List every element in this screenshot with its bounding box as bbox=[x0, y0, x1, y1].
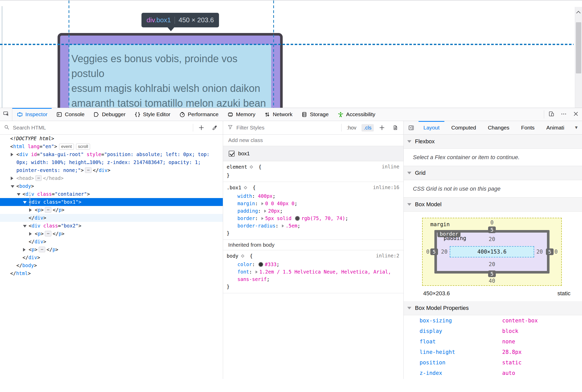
tree-node[interactable]: <div class="box2"> bbox=[0, 222, 223, 230]
box-model-section-header[interactable]: Box Model bbox=[404, 198, 582, 212]
property-value[interactable]: none bbox=[502, 339, 515, 345]
margin-bottom-value[interactable]: 40 bbox=[489, 278, 495, 284]
page-scrollbar[interactable] bbox=[575, 7, 582, 108]
property-value[interactable]: 0 0 40px 0 bbox=[265, 201, 294, 206]
property-name[interactable]: margin bbox=[237, 201, 255, 206]
expand-value-icon[interactable] bbox=[256, 270, 258, 274]
expand-value-icon[interactable] bbox=[282, 224, 284, 227]
responsive-design-mode-button[interactable] bbox=[545, 108, 557, 121]
inline-text-ellipsis[interactable]: ⋯ bbox=[45, 207, 51, 213]
color-swatch[interactable] bbox=[258, 262, 263, 267]
tree-node[interactable]: <!DOCTYPE html> bbox=[0, 135, 223, 143]
property-value[interactable]: 5px solid bbox=[265, 215, 294, 221]
expand-value-icon[interactable] bbox=[261, 217, 263, 220]
property-name[interactable]: width bbox=[237, 193, 252, 199]
property-name[interactable]: font bbox=[237, 269, 249, 275]
property-name[interactable]: display bbox=[420, 328, 502, 334]
property-value[interactable]: block bbox=[502, 328, 518, 334]
selector-highlighter-icon[interactable] bbox=[249, 164, 254, 172]
sidebar-tab-computed[interactable]: Computed bbox=[445, 121, 482, 134]
inline-text-ellipsis[interactable]: ⋯ bbox=[39, 247, 45, 252]
tree-node[interactable]: <html lang="en">eventscroll bbox=[0, 143, 223, 150]
property-value[interactable]: static bbox=[502, 360, 522, 366]
rule-source-link[interactable]: inline bbox=[382, 164, 399, 169]
tab-storage[interactable]: Storage bbox=[297, 108, 333, 121]
inline-text-ellipsis[interactable]: ⋯ bbox=[85, 167, 92, 173]
tab-accessibility[interactable]: Accessibility bbox=[333, 108, 380, 121]
css-declaration[interactable]: margin: 0 0 40px 0; bbox=[227, 200, 400, 207]
rule-source-link[interactable]: inline:2 bbox=[376, 253, 399, 258]
selector-highlighter-icon[interactable] bbox=[243, 185, 248, 192]
collapsed-arrow-icon[interactable] bbox=[29, 232, 32, 236]
sidebar-toggle-button[interactable] bbox=[406, 121, 416, 134]
rule-selector[interactable]: .box1 bbox=[227, 185, 241, 190]
tree-node[interactable]: </html> bbox=[0, 269, 223, 277]
add-new-class-input[interactable]: Add new class bbox=[228, 137, 398, 143]
box-model-border-layer[interactable]: border 5 5 5 5 padding 20 20 20 20 400×1… bbox=[434, 230, 550, 274]
property-value[interactable]: 1.2em / 1.5 Helvetica Neue, Helvetica, A… bbox=[237, 269, 394, 282]
css-declaration[interactable]: border-radius: .5em; bbox=[227, 222, 400, 230]
property-name[interactable]: z-index bbox=[420, 370, 502, 376]
filter-styles-input[interactable]: Filter Styles bbox=[236, 125, 338, 131]
box-model-content-layer[interactable]: 400×153.6 bbox=[450, 246, 534, 257]
property-value[interactable]: 20px bbox=[268, 208, 280, 214]
scrollbar-thumb[interactable] bbox=[576, 22, 581, 73]
tab-debugger[interactable]: Debugger bbox=[89, 108, 130, 121]
css-declaration[interactable]: padding: 20px; bbox=[227, 207, 400, 215]
tab-network[interactable]: Network bbox=[260, 108, 297, 121]
padding-top-value[interactable]: 20 bbox=[489, 236, 495, 242]
css-declaration[interactable]: width: 400px; bbox=[227, 192, 400, 200]
property-value[interactable]: rgb(75, 70, 74) bbox=[301, 215, 345, 221]
property-value[interactable]: .5em bbox=[286, 223, 298, 228]
tree-node[interactable]: </div> bbox=[0, 254, 223, 262]
grid-section-header[interactable]: Grid bbox=[404, 166, 582, 180]
property-name[interactable]: border-radius bbox=[237, 223, 276, 228]
tree-node[interactable]: <body> bbox=[0, 182, 223, 190]
property-name[interactable]: float bbox=[420, 339, 502, 345]
tree-node[interactable]: <div class="container"> bbox=[0, 190, 223, 198]
tab-console[interactable]: Console bbox=[52, 108, 89, 121]
property-name[interactable]: color bbox=[237, 262, 252, 267]
tree-node-selected[interactable]: <div class="box1"> bbox=[0, 198, 223, 206]
expand-arrow-icon[interactable] bbox=[23, 225, 27, 227]
expand-arrow-icon[interactable] bbox=[23, 201, 27, 204]
class-checkbox[interactable] bbox=[229, 151, 235, 157]
css-declaration[interactable]: color: #333; bbox=[227, 261, 400, 268]
sidebar-tab-changes[interactable]: Changes bbox=[482, 121, 515, 134]
property-value[interactable]: 28.8px bbox=[502, 349, 522, 355]
tab-inspector[interactable]: Inspector bbox=[12, 108, 52, 121]
meatball-menu-button[interactable] bbox=[557, 108, 570, 121]
collapsed-arrow-icon[interactable] bbox=[11, 153, 13, 156]
padding-bottom-value[interactable]: 20 bbox=[489, 261, 495, 267]
property-name[interactable]: line-height bbox=[420, 349, 502, 355]
collapsed-arrow-icon[interactable] bbox=[29, 208, 32, 212]
tab-overflow-dropdown[interactable]: ▼ bbox=[573, 125, 580, 130]
tree-node[interactable]: <p>⋯</p> bbox=[0, 206, 223, 214]
css-declaration[interactable]: font: 1.2em / 1.5 Helvetica Neue, Helvet… bbox=[227, 268, 400, 283]
border-right-value[interactable]: 5 bbox=[546, 248, 554, 255]
tree-node[interactable]: </body> bbox=[0, 262, 223, 269]
collapsed-arrow-icon[interactable] bbox=[11, 177, 13, 180]
rule-selector[interactable]: element bbox=[227, 164, 247, 170]
property-value[interactable]: 400px bbox=[258, 193, 272, 199]
eyedropper-button[interactable] bbox=[210, 121, 220, 134]
css-declaration[interactable]: border: 5px solid rgb(75, 70, 74); bbox=[227, 215, 400, 222]
property-name[interactable]: border bbox=[237, 215, 255, 221]
padding-left-value[interactable]: 20 bbox=[441, 249, 447, 255]
property-value[interactable]: auto bbox=[502, 370, 515, 376]
collapsed-arrow-icon[interactable] bbox=[23, 248, 26, 252]
border-left-value[interactable]: 5 bbox=[430, 248, 438, 255]
border-bottom-value[interactable]: 5 bbox=[488, 270, 496, 277]
padding-right-value[interactable]: 20 bbox=[536, 249, 543, 255]
sidebar-tab-fonts[interactable]: Fonts bbox=[515, 121, 541, 134]
expand-value-icon[interactable] bbox=[264, 210, 266, 213]
tree-node[interactable]: <head>⋯</head> bbox=[0, 174, 223, 182]
expand-value-icon[interactable] bbox=[261, 202, 263, 205]
inline-text-ellipsis[interactable]: ⋯ bbox=[35, 175, 42, 181]
tab-memory[interactable]: Memory bbox=[223, 108, 260, 121]
tab-style-editor[interactable]: Style Editor bbox=[130, 108, 175, 121]
inline-text-ellipsis[interactable]: ⋯ bbox=[45, 231, 51, 236]
property-name[interactable]: box-sizing bbox=[420, 318, 502, 324]
property-name[interactable]: position bbox=[420, 360, 502, 366]
node-badge[interactable]: event bbox=[59, 144, 74, 150]
